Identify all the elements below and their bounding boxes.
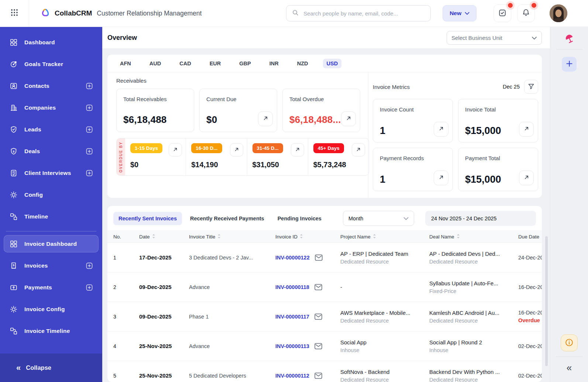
envelope-icon[interactable] (314, 254, 323, 261)
open-detail-button[interactable] (352, 143, 365, 156)
sidebar-item-companies[interactable]: Companies (0, 97, 102, 118)
table-row[interactable]: 1 17-Dec-2025 3 Dedicated Devs - 2 Jav..… (107, 243, 542, 272)
sort-icon[interactable] (457, 234, 460, 240)
currency-tab-inr[interactable]: INR (266, 59, 282, 68)
receipt-icon: $ (10, 262, 18, 270)
invoice-id-link[interactable]: INV-00000122 (275, 255, 310, 261)
open-detail-button[interactable] (519, 171, 534, 185)
sidebar-item-invoice-dashboard[interactable]: Invoice Dashboard (4, 235, 99, 252)
table-row[interactable]: 2 09-Dec-2025 Advance INV-00000118 - Syl… (107, 272, 542, 302)
sidebar-item-invoice-config[interactable]: Invoice Config (0, 298, 102, 320)
column-header-deal-name[interactable]: Deal Name (429, 234, 518, 240)
column-header-project-name[interactable]: Project Name (340, 234, 429, 240)
open-detail-button[interactable] (291, 143, 304, 156)
currency-tab-eur[interactable]: EUR (206, 59, 225, 68)
envelope-icon[interactable] (314, 372, 323, 379)
add-square-icon[interactable] (86, 148, 93, 155)
tab-recently-received-payments[interactable]: Recently Received Payments (185, 212, 269, 225)
currency-tabs: AFNAUDCADEURGBPINRNZDUSD (107, 55, 542, 72)
main-content: Overview Select Business Unit AFNAUDCADE… (102, 27, 550, 382)
currency-tab-cad[interactable]: CAD (176, 59, 195, 68)
tasks-button[interactable] (494, 4, 511, 22)
filter-icon (527, 83, 535, 91)
metrics-filter-button[interactable] (524, 80, 538, 94)
currency-tab-gbp[interactable]: GBP (235, 59, 254, 68)
column-header-invoice-id[interactable]: Invoice ID (275, 234, 340, 240)
user-avatar[interactable] (550, 4, 567, 22)
sort-icon[interactable] (373, 234, 376, 240)
currency-tab-afn[interactable]: AFN (116, 59, 135, 68)
invoice-id-link[interactable]: INV-00000118 (275, 284, 309, 290)
sidebar-item-config[interactable]: Config (0, 184, 102, 206)
envelope-icon[interactable] (314, 283, 323, 291)
sidebar-item-contacts[interactable]: Contacts (0, 75, 102, 97)
column-label: Invoice ID (275, 234, 298, 240)
table-row[interactable]: 4 25-Nov-2025 Advance INV-00000113 Socia… (107, 331, 542, 361)
open-detail-button[interactable] (434, 171, 448, 185)
add-square-icon[interactable] (86, 170, 93, 176)
invoice-id-link[interactable]: INV-00000112 (275, 373, 309, 379)
currency-tab-aud[interactable]: AUD (146, 59, 165, 68)
period-select[interactable]: Month (343, 211, 414, 226)
project-name: SoftNova - Backend (340, 369, 425, 375)
sidebar-item-dashboard[interactable]: Dashboard (0, 31, 102, 53)
sidebar-item-deals[interactable]: $ Deals (0, 140, 102, 162)
invoice-id-link[interactable]: INV-00000117 (275, 314, 309, 320)
due-date: 02-Dec-2025 (518, 373, 542, 379)
column-label: Date (139, 234, 150, 240)
business-unit-select[interactable]: Select Business Unit (447, 31, 542, 45)
sidebar-item-invoice-timeline[interactable]: Invoice Timeline (0, 320, 102, 342)
sort-icon[interactable] (300, 234, 303, 240)
cell-invoice-id: INV-00000113 (275, 343, 340, 350)
open-detail-button[interactable] (341, 111, 356, 126)
umbrella-icon[interactable] (564, 33, 575, 44)
sidebar-item-client-interviews[interactable]: Client Interviews (0, 162, 102, 184)
due-date: 02-Dec-2025 (518, 343, 542, 349)
deal-type: Fixed-Price (429, 288, 514, 294)
rail-info-button[interactable] (561, 334, 578, 351)
sidebar-item-goals-tracker[interactable]: Goals Tracker (0, 53, 102, 75)
envelope-icon[interactable] (314, 313, 323, 320)
date-range-field[interactable]: 24 Nov 2025 - 24 Dec 2025 (425, 211, 536, 226)
add-square-icon[interactable] (86, 126, 93, 133)
add-square-icon[interactable] (86, 104, 93, 111)
open-detail-button[interactable] (519, 122, 534, 137)
table-row[interactable]: 3 09-Dec-2025 Phase 1 INV-00000117 AWS M… (107, 302, 542, 331)
open-detail-button[interactable] (169, 143, 182, 156)
new-button[interactable]: New (443, 5, 477, 21)
sidebar-collapse-button[interactable]: « Collapse (0, 354, 102, 382)
deal-name: Backend Dev With Python ... (429, 369, 514, 375)
open-detail-button[interactable] (434, 122, 448, 137)
add-square-icon[interactable] (86, 83, 93, 89)
due-date: 16-Dec-2025 (518, 284, 542, 290)
sidebar-item-payments[interactable]: Payments (0, 276, 102, 298)
sidebar-item-leads[interactable]: Leads (0, 118, 102, 140)
search-input[interactable] (303, 10, 425, 17)
tab-pending-invoices[interactable]: Pending Invoices (272, 212, 327, 225)
rail-add-button[interactable] (562, 57, 577, 72)
rail-collapse-button[interactable]: « (567, 363, 572, 372)
tab-recently-sent-invoices[interactable]: Recently Sent Invoices (113, 212, 182, 225)
open-detail-button[interactable] (258, 111, 273, 126)
envelope-icon[interactable] (314, 343, 323, 350)
sidebar-item-timeline[interactable]: Timeline (0, 206, 102, 227)
overdue-by-label: OVERDUE BY (119, 141, 123, 172)
scrollbar-thumb[interactable] (545, 236, 548, 366)
invoice-id-link[interactable]: INV-00000113 (275, 343, 309, 349)
deal-type: Dedicated Resource (429, 377, 514, 382)
sort-icon[interactable] (217, 234, 221, 240)
sort-icon[interactable] (152, 234, 155, 240)
open-detail-button[interactable] (230, 143, 243, 156)
sidebar-item-invoices[interactable]: $ Invoices (0, 255, 102, 276)
global-search[interactable] (286, 5, 431, 21)
currency-tab-usd[interactable]: USD (323, 59, 342, 68)
table-row[interactable]: 5 25-Nov-2025 5 Dedicated Developers INV… (107, 361, 542, 382)
currency-tab-nzd[interactable]: NZD (293, 59, 312, 68)
notifications-button[interactable] (517, 4, 535, 22)
grid-menu-button[interactable] (0, 0, 29, 27)
column-header-date[interactable]: Date (139, 234, 189, 240)
add-square-icon[interactable] (86, 284, 93, 291)
column-header-invoice-title[interactable]: Invoice Title (189, 234, 275, 240)
add-square-icon[interactable] (86, 262, 93, 269)
arrow-up-right-icon (295, 147, 300, 153)
